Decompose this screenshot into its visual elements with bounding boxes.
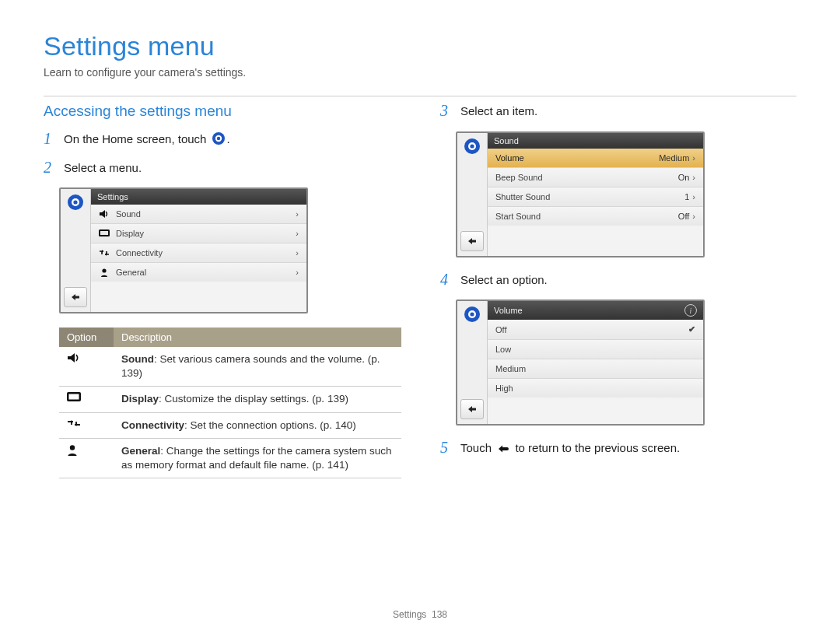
lcd-header: Sound: [488, 133, 703, 149]
list-item[interactable]: General ›: [91, 263, 306, 282]
chevron-right-icon: ›: [692, 153, 695, 163]
display-icon: [67, 392, 106, 402]
chevron-right-icon: ›: [296, 209, 299, 219]
opt-desc: : Change the settings for the camera sys…: [121, 445, 391, 471]
connectivity-icon: [99, 249, 110, 257]
row-label: Off: [495, 325, 506, 335]
opt-desc: : Set various camera sounds and the volu…: [121, 353, 380, 379]
svg-point-21: [470, 312, 474, 316]
list-item[interactable]: Off ✔: [488, 320, 703, 340]
list-item[interactable]: Medium: [488, 359, 703, 379]
lcd-settings: Settings Sound › Display › Connectivity …: [59, 187, 308, 313]
step-number: 2: [44, 159, 58, 175]
divider: [44, 96, 796, 96]
row-label: Display: [116, 229, 144, 238]
lcd-title: Volume: [494, 306, 523, 315]
step-4: 4 Select an option.: [440, 271, 796, 289]
lcd-sidebar: [457, 133, 488, 256]
svg-point-18: [470, 144, 474, 148]
display-icon: [99, 229, 110, 237]
back-button[interactable]: [460, 231, 484, 251]
page-title: Settings menu: [44, 31, 796, 61]
step-1: 1 On the Home screen, touch .: [44, 131, 401, 149]
gear-icon: [212, 131, 226, 145]
svg-rect-7: [100, 231, 108, 235]
lcd-header: Settings: [91, 189, 306, 205]
footer-label: Settings: [393, 609, 426, 620]
svg-marker-9: [105, 253, 107, 256]
gear-icon: [67, 194, 84, 211]
opt-desc: : Customize the display settings. (p. 13…: [159, 393, 348, 405]
general-icon: [99, 268, 110, 277]
chevron-right-icon: ›: [692, 212, 695, 221]
svg-marker-8: [102, 250, 103, 253]
svg-point-10: [102, 268, 106, 272]
step-2: 2 Select a menu.: [44, 159, 401, 177]
step-number: 5: [440, 440, 454, 455]
lcd-sidebar: [457, 301, 488, 424]
opt-title: Sound: [121, 353, 154, 365]
row-label: Beep Sound: [495, 173, 543, 182]
row-value: Medium: [659, 153, 689, 163]
table-row: Connectivity: Set the connection options…: [59, 412, 401, 438]
table-row: Sound: Set various camera sounds and the…: [59, 347, 401, 387]
gear-icon: [464, 138, 481, 155]
chevron-right-icon: ›: [296, 268, 299, 277]
list-item[interactable]: Display ›: [91, 224, 306, 243]
list-item[interactable]: Shutter Sound 1›: [488, 187, 703, 207]
list-item[interactable]: Volume Medium›: [488, 149, 703, 168]
gear-icon: [464, 306, 481, 323]
table-header-description: Description: [114, 328, 401, 347]
back-button[interactable]: [64, 287, 87, 307]
check-icon: ✔: [688, 324, 695, 335]
lcd-title: Sound: [494, 136, 519, 145]
row-label: Connectivity: [116, 248, 163, 257]
row-label: Start Sound: [495, 212, 541, 221]
page-footer: Settings 138: [0, 609, 840, 620]
back-button[interactable]: [460, 399, 484, 419]
step-text: Select an item.: [460, 103, 537, 121]
lcd-header: Volume i: [488, 301, 703, 320]
row-value: 1: [684, 192, 689, 201]
row-label: Volume: [495, 153, 524, 163]
step-text: Select a menu.: [64, 159, 142, 177]
page-subtitle: Learn to configure your camera's setting…: [44, 66, 796, 79]
step-text-b: .: [227, 132, 230, 145]
options-table: Option Description Sound: Set various ca…: [59, 328, 401, 478]
sound-icon: [99, 209, 110, 219]
svg-rect-12: [69, 394, 79, 400]
step-text: On the Home screen, touch .: [64, 131, 230, 149]
step-text: Touch to return to the previous screen.: [460, 440, 680, 457]
row-label: General: [116, 268, 146, 277]
opt-title: Display: [121, 393, 159, 405]
opt-title: General: [121, 445, 160, 457]
list-item[interactable]: Sound ›: [91, 205, 306, 224]
general-icon: [67, 444, 106, 456]
list-item[interactable]: High: [488, 379, 703, 398]
step-5: 5 Touch to return to the previous screen…: [440, 440, 796, 457]
chevron-right-icon: ›: [296, 248, 299, 257]
footer-page: 138: [432, 609, 447, 620]
step-number: 3: [440, 103, 454, 118]
chevron-right-icon: ›: [692, 173, 695, 182]
table-header-option: Option: [59, 328, 114, 347]
row-label: Sound: [116, 209, 141, 219]
chevron-right-icon: ›: [296, 229, 299, 238]
list-item[interactable]: Connectivity ›: [91, 243, 306, 263]
step-text-b: to return to the previous screen.: [515, 441, 680, 454]
list-item[interactable]: Beep Sound On›: [488, 168, 703, 187]
lcd-volume: Volume i Off ✔ Low Medium High: [456, 299, 705, 426]
sound-icon: [67, 352, 106, 363]
lcd-title: Settings: [97, 192, 128, 201]
table-row: General: Change the settings for the cam…: [59, 438, 401, 478]
info-icon[interactable]: i: [684, 304, 697, 317]
connectivity-icon: [67, 419, 106, 428]
row-label: Medium: [495, 364, 526, 373]
step-text-a: On the Home screen, touch: [64, 132, 210, 145]
list-item[interactable]: Low: [488, 340, 703, 359]
list-item[interactable]: Start Sound Off›: [488, 207, 703, 226]
step-number: 4: [440, 271, 454, 287]
row-value: On: [678, 173, 690, 182]
back-icon: [496, 443, 510, 454]
section-heading: Accessing the settings menu: [44, 103, 401, 120]
